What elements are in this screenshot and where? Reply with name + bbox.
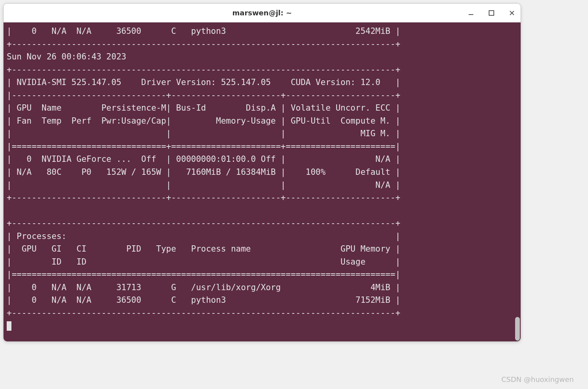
minimize-button[interactable] xyxy=(466,8,476,18)
gpu-header-2: | Fan Temp Perf Pwr:Usage/Cap| Memory-Us… xyxy=(7,116,400,126)
cursor xyxy=(7,321,11,331)
out-line: |===============================+=======… xyxy=(7,142,400,151)
proc-header-1: | GPU GI CI PID Type Process name GPU Me… xyxy=(7,244,400,254)
out-line: +---------------------------------------… xyxy=(7,39,400,49)
proc-header-2: | ID ID Usage | xyxy=(7,257,400,267)
terminal-window: marswen@jl: ~ | 0 N/A N/A 36500 C python… xyxy=(3,3,521,342)
gpu-row-2: | N/A 80C P0 152W / 165W | 7160MiB / 163… xyxy=(7,167,400,177)
out-line xyxy=(7,206,400,215)
proc-row: | 0 N/A N/A 36500 C python3 7152MiB | xyxy=(7,295,400,305)
terminal-output[interactable]: | 0 N/A N/A 36500 C python3 2542MiB | +-… xyxy=(4,22,521,341)
processes-label: | Processes: | xyxy=(7,232,400,241)
out-line: |-------------------------------+-------… xyxy=(7,91,400,100)
watermark: CSDN @huoxingwen xyxy=(501,375,574,383)
nvidia-smi-header: | NVIDIA-SMI 525.147.05 Driver Version: … xyxy=(7,78,400,87)
close-button[interactable] xyxy=(507,8,517,18)
out-line: +---------------------------------------… xyxy=(7,219,400,228)
out-line: | 0 N/A N/A 36500 C python3 2542MiB | xyxy=(7,26,400,36)
window-title: marswen@jl: ~ xyxy=(232,9,292,17)
out-line: +---------------------------------------… xyxy=(7,65,400,74)
maximize-button[interactable] xyxy=(487,8,496,18)
titlebar: marswen@jl: ~ xyxy=(4,4,521,22)
gpu-header-1: | GPU Name Persistence-M| Bus-Id Disp.A … xyxy=(7,103,400,113)
gpu-header-3: | | | MIG M. | xyxy=(7,129,400,138)
scrollbar[interactable] xyxy=(514,23,520,341)
scrollbar-thumb[interactable] xyxy=(515,317,520,341)
gpu-row-1: | 0 NVIDIA GeForce ... Off | 00000000:01… xyxy=(7,154,400,164)
svg-rect-1 xyxy=(489,11,494,15)
timestamp-line: Sun Nov 26 00:06:43 2023 xyxy=(7,52,126,61)
out-line: +-------------------------------+-------… xyxy=(7,193,400,202)
gpu-row-3: | | | N/A | xyxy=(7,180,400,190)
out-line: +---------------------------------------… xyxy=(7,308,400,318)
proc-row: | 0 N/A N/A 31713 G /usr/lib/xorg/Xorg 4… xyxy=(7,283,400,292)
window-controls xyxy=(466,4,517,22)
out-line: |=======================================… xyxy=(7,270,400,279)
